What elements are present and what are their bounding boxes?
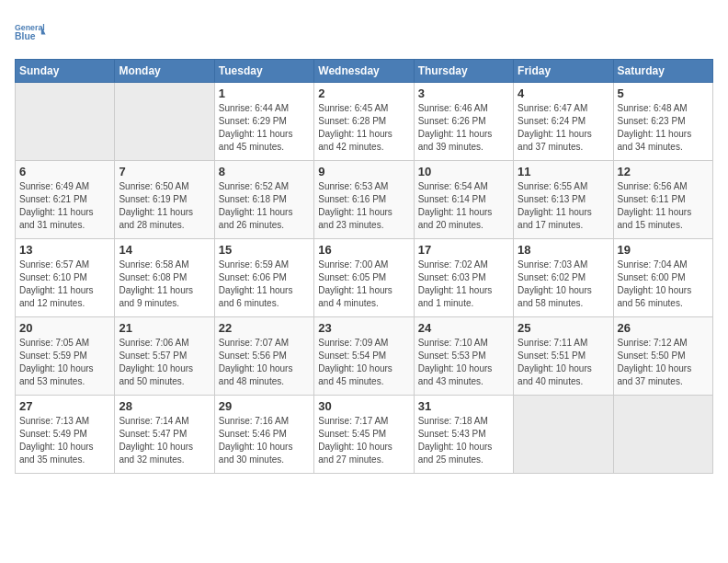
- day-number: 5: [618, 86, 709, 100]
- day-info: Sunrise: 6:52 AMSunset: 6:18 PMDaylight:…: [219, 180, 310, 232]
- calendar-cell: 4Sunrise: 6:47 AMSunset: 6:24 PMDaylight…: [514, 83, 613, 161]
- day-number: 25: [518, 321, 609, 335]
- day-info: Sunrise: 7:02 AMSunset: 6:03 PMDaylight:…: [418, 259, 509, 310]
- calendar-week-row: 27Sunrise: 7:13 AMSunset: 5:49 PMDayligh…: [16, 396, 713, 474]
- calendar-cell: 12Sunrise: 6:56 AMSunset: 6:11 PMDayligh…: [613, 161, 712, 239]
- calendar-cell: 30Sunrise: 7:17 AMSunset: 5:45 PMDayligh…: [314, 396, 414, 474]
- calendar-cell: [16, 83, 115, 161]
- calendar-cell: 25Sunrise: 7:11 AMSunset: 5:51 PMDayligh…: [514, 317, 613, 396]
- day-number: 20: [19, 321, 110, 335]
- day-info: Sunrise: 7:09 AMSunset: 5:54 PMDaylight:…: [318, 337, 409, 388]
- day-info: Sunrise: 7:12 AMSunset: 5:50 PMDaylight:…: [618, 337, 709, 388]
- weekday-header: Tuesday: [214, 60, 313, 83]
- weekday-header: Monday: [115, 60, 214, 83]
- day-info: Sunrise: 7:18 AMSunset: 5:43 PMDaylight:…: [418, 415, 509, 466]
- calendar-cell: 19Sunrise: 7:04 AMSunset: 6:00 PMDayligh…: [613, 239, 712, 317]
- day-info: Sunrise: 7:17 AMSunset: 5:45 PMDaylight:…: [318, 415, 409, 466]
- weekday-header: Wednesday: [314, 60, 414, 83]
- calendar-cell: 31Sunrise: 7:18 AMSunset: 5:43 PMDayligh…: [414, 396, 513, 474]
- day-info: Sunrise: 7:04 AMSunset: 6:00 PMDaylight:…: [618, 259, 709, 310]
- day-info: Sunrise: 6:56 AMSunset: 6:11 PMDaylight:…: [618, 180, 709, 232]
- day-info: Sunrise: 7:07 AMSunset: 5:56 PMDaylight:…: [219, 337, 310, 388]
- day-info: Sunrise: 7:10 AMSunset: 5:53 PMDaylight:…: [418, 337, 509, 388]
- calendar-cell: 18Sunrise: 7:03 AMSunset: 6:02 PMDayligh…: [514, 239, 613, 317]
- day-number: 13: [19, 243, 110, 257]
- day-number: 31: [418, 399, 509, 413]
- calendar-cell: 14Sunrise: 6:58 AMSunset: 6:08 PMDayligh…: [115, 239, 214, 317]
- calendar-cell: 15Sunrise: 6:59 AMSunset: 6:06 PMDayligh…: [214, 239, 313, 317]
- calendar-cell: 13Sunrise: 6:57 AMSunset: 6:10 PMDayligh…: [16, 239, 115, 317]
- day-number: 4: [518, 86, 609, 100]
- calendar-cell: 5Sunrise: 6:48 AMSunset: 6:23 PMDaylight…: [613, 83, 712, 161]
- calendar-cell: 11Sunrise: 6:55 AMSunset: 6:13 PMDayligh…: [514, 161, 613, 239]
- svg-text:Blue: Blue: [15, 31, 36, 41]
- page-header: General Blue: [15, 15, 713, 48]
- day-number: 15: [219, 243, 310, 257]
- calendar-week-row: 1Sunrise: 6:44 AMSunset: 6:29 PMDaylight…: [16, 83, 713, 161]
- calendar-cell: 22Sunrise: 7:07 AMSunset: 5:56 PMDayligh…: [214, 317, 313, 396]
- day-info: Sunrise: 6:59 AMSunset: 6:06 PMDaylight:…: [219, 259, 310, 310]
- day-number: 18: [518, 243, 609, 257]
- day-info: Sunrise: 6:55 AMSunset: 6:13 PMDaylight:…: [518, 180, 609, 232]
- calendar-cell: 16Sunrise: 7:00 AMSunset: 6:05 PMDayligh…: [314, 239, 414, 317]
- day-number: 7: [119, 165, 210, 178]
- logo-icon: General Blue: [15, 15, 48, 48]
- weekday-header: Thursday: [414, 60, 513, 83]
- day-info: Sunrise: 7:05 AMSunset: 5:59 PMDaylight:…: [19, 337, 110, 388]
- day-number: 16: [318, 243, 409, 257]
- day-number: 30: [318, 399, 409, 413]
- day-number: 14: [119, 243, 210, 257]
- day-info: Sunrise: 6:53 AMSunset: 6:16 PMDaylight:…: [318, 180, 409, 232]
- day-number: 26: [618, 321, 709, 335]
- day-info: Sunrise: 6:45 AMSunset: 6:28 PMDaylight:…: [318, 102, 409, 154]
- calendar-cell: 7Sunrise: 6:50 AMSunset: 6:19 PMDaylight…: [115, 161, 214, 239]
- calendar-cell: 20Sunrise: 7:05 AMSunset: 5:59 PMDayligh…: [16, 317, 115, 396]
- calendar-cell: [613, 396, 712, 474]
- calendar-cell: 28Sunrise: 7:14 AMSunset: 5:47 PMDayligh…: [115, 396, 214, 474]
- calendar-cell: 1Sunrise: 6:44 AMSunset: 6:29 PMDaylight…: [214, 83, 313, 161]
- day-info: Sunrise: 7:11 AMSunset: 5:51 PMDaylight:…: [518, 337, 609, 388]
- calendar-cell: 27Sunrise: 7:13 AMSunset: 5:49 PMDayligh…: [16, 396, 115, 474]
- calendar-cell: 2Sunrise: 6:45 AMSunset: 6:28 PMDaylight…: [314, 83, 414, 161]
- calendar-cell: 17Sunrise: 7:02 AMSunset: 6:03 PMDayligh…: [414, 239, 513, 317]
- day-info: Sunrise: 7:06 AMSunset: 5:57 PMDaylight:…: [119, 337, 210, 388]
- day-number: 10: [418, 165, 509, 178]
- day-number: 12: [618, 165, 709, 178]
- day-info: Sunrise: 6:50 AMSunset: 6:19 PMDaylight:…: [119, 180, 210, 232]
- day-info: Sunrise: 6:47 AMSunset: 6:24 PMDaylight:…: [518, 102, 609, 154]
- day-number: 3: [418, 86, 509, 100]
- weekday-header: Sunday: [16, 60, 115, 83]
- calendar-cell: 10Sunrise: 6:54 AMSunset: 6:14 PMDayligh…: [414, 161, 513, 239]
- calendar-cell: 8Sunrise: 6:52 AMSunset: 6:18 PMDaylight…: [214, 161, 313, 239]
- day-info: Sunrise: 7:13 AMSunset: 5:49 PMDaylight:…: [19, 415, 110, 466]
- day-number: 24: [418, 321, 509, 335]
- day-info: Sunrise: 6:46 AMSunset: 6:26 PMDaylight:…: [418, 102, 509, 154]
- calendar-week-row: 6Sunrise: 6:49 AMSunset: 6:21 PMDaylight…: [16, 161, 713, 239]
- day-info: Sunrise: 6:58 AMSunset: 6:08 PMDaylight:…: [119, 259, 210, 310]
- day-number: 6: [19, 165, 110, 178]
- day-number: 8: [219, 165, 310, 178]
- day-number: 17: [418, 243, 509, 257]
- day-info: Sunrise: 6:49 AMSunset: 6:21 PMDaylight:…: [19, 180, 110, 232]
- day-number: 27: [19, 399, 110, 413]
- day-number: 23: [318, 321, 409, 335]
- weekday-header-row: SundayMondayTuesdayWednesdayThursdayFrid…: [16, 60, 713, 83]
- calendar-cell: 29Sunrise: 7:16 AMSunset: 5:46 PMDayligh…: [214, 396, 313, 474]
- calendar-cell: [514, 396, 613, 474]
- day-info: Sunrise: 6:44 AMSunset: 6:29 PMDaylight:…: [219, 102, 310, 154]
- day-number: 1: [219, 86, 310, 100]
- calendar-cell: 6Sunrise: 6:49 AMSunset: 6:21 PMDaylight…: [16, 161, 115, 239]
- day-info: Sunrise: 7:16 AMSunset: 5:46 PMDaylight:…: [219, 415, 310, 466]
- weekday-header: Friday: [514, 60, 613, 83]
- calendar-week-row: 20Sunrise: 7:05 AMSunset: 5:59 PMDayligh…: [16, 317, 713, 396]
- day-number: 11: [518, 165, 609, 178]
- calendar-cell: 9Sunrise: 6:53 AMSunset: 6:16 PMDaylight…: [314, 161, 414, 239]
- day-number: 19: [618, 243, 709, 257]
- day-info: Sunrise: 7:00 AMSunset: 6:05 PMDaylight:…: [318, 259, 409, 310]
- day-number: 28: [119, 399, 210, 413]
- logo: General Blue: [15, 15, 48, 48]
- day-number: 22: [219, 321, 310, 335]
- weekday-header: Saturday: [613, 60, 712, 83]
- calendar-cell: 21Sunrise: 7:06 AMSunset: 5:57 PMDayligh…: [115, 317, 214, 396]
- day-info: Sunrise: 7:03 AMSunset: 6:02 PMDaylight:…: [518, 259, 609, 310]
